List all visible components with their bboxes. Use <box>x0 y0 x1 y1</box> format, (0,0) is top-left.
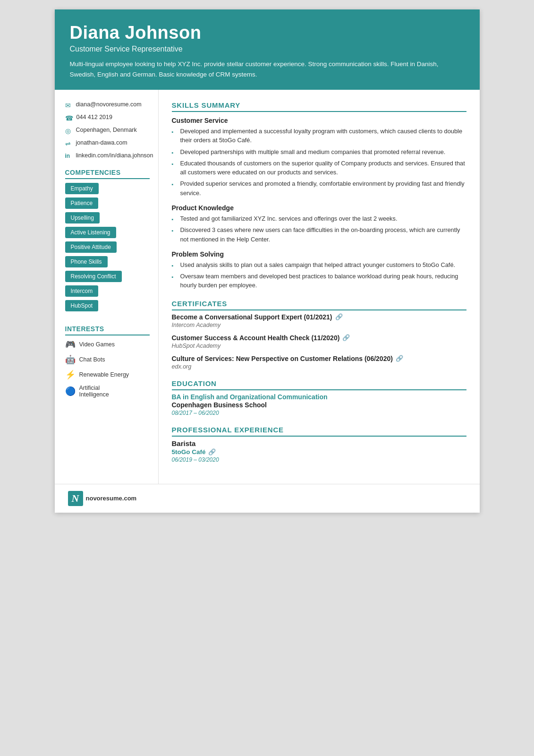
contact-section: ✉ diana@novoresume.com ☎ 044 412 2019 ◎ … <box>65 101 150 159</box>
bullet-icon: ▪ <box>172 262 177 270</box>
skills-pk-title: Product Knowledge <box>172 204 466 212</box>
certificates-title: CERTIFICATES <box>172 300 466 310</box>
cert-link-icon: 🔗 <box>342 334 350 341</box>
experience-section: PROFESSIONAL EXPERIENCE Barista 5toGo Ca… <box>172 426 466 463</box>
competency-tag-patience: Patience <box>65 198 99 209</box>
skills-cs-bullet-2: ▪ Developed partnerships with multiple s… <box>172 147 466 157</box>
competency-tag-upselling: Upselling <box>65 212 100 223</box>
cert-link-icon: 🔗 <box>335 313 343 320</box>
competency-tag-hubspot: HubSpot <box>65 300 99 311</box>
right-column: SKILLS SUMMARY Customer Service ▪ Develo… <box>159 90 480 483</box>
video-games-icon: 🎮 <box>65 339 76 350</box>
bullet-icon: ▪ <box>172 149 177 157</box>
bullet-icon: ▪ <box>172 215 177 223</box>
competency-tag-empathy: Empathy <box>65 183 99 194</box>
edu-school: Copenhagen Business School <box>172 401 466 409</box>
competencies-section: COMPETENCIES Empathy Patience Upselling … <box>65 169 150 315</box>
footer-logo-letter: N <box>68 491 83 506</box>
competency-tag-positive-attitude: Positive Attitude <box>65 241 117 253</box>
interests-title: INTERESTS <box>65 325 150 335</box>
cert-3-title: Culture of Services: New Perspective on … <box>172 355 466 362</box>
cert-1-title: Become a Conversational Support Expert (… <box>172 313 466 321</box>
skills-summary-section: SKILLS SUMMARY Customer Service ▪ Develo… <box>172 101 466 290</box>
experience-title: PROFESSIONAL EXPERIENCE <box>172 426 466 437</box>
interest-video-games-label: Video Games <box>79 341 115 348</box>
interest-chat-bots: 🤖 Chat Bots <box>65 354 150 365</box>
education-title: EDUCATION <box>172 379 466 390</box>
renewable-energy-icon: ⚡ <box>65 369 76 380</box>
cert-2-title: Customer Success & Account Health Check … <box>172 334 466 342</box>
skills-pk-bullet-2: ▪ Discovered 3 cases where new users can… <box>172 225 466 243</box>
exp-date: 06/2019 – 03/2020 <box>172 456 466 463</box>
bullet-icon: ▪ <box>172 180 177 189</box>
bullet-icon: ▪ <box>172 160 177 168</box>
contact-website: ⇌ jonathan-dawa.com <box>65 139 150 147</box>
skills-cs-bullet-3: ▪ Educated thousands of customers on the… <box>172 159 466 177</box>
interest-chat-bots-label: Chat Bots <box>79 356 105 363</box>
location-icon: ◎ <box>65 127 73 135</box>
candidate-name: Diana Johnson <box>70 23 465 43</box>
exp-company-link-icon: 🔗 <box>208 448 216 455</box>
education-section: EDUCATION BA in English and Organization… <box>172 379 466 416</box>
header-section: Diana Johnson Customer Service Represent… <box>55 9 480 90</box>
footer: N novoresume.com <box>55 484 480 513</box>
bullet-icon: ▪ <box>172 128 177 136</box>
body-wrapper: ✉ diana@novoresume.com ☎ 044 412 2019 ◎ … <box>55 90 480 483</box>
linkedin-icon: in <box>65 153 73 159</box>
cert-2-org: HubSpot Academy <box>172 343 466 349</box>
email-icon: ✉ <box>65 102 73 109</box>
linkedin-text: linkedin.com/in/diana.johnson <box>76 152 153 159</box>
interest-artificial-intelligence: 🔵 ArtificialIntelligence <box>65 385 150 398</box>
skills-cs-title: Customer Service <box>172 117 466 124</box>
cert-item-2: Customer Success & Account Health Check … <box>172 334 466 349</box>
skills-ps-bullet-2: ▪ Oversaw team members and developed bes… <box>172 272 466 290</box>
cert-item-1: Become a Conversational Support Expert (… <box>172 313 466 328</box>
exp-job-title: Barista <box>172 439 466 447</box>
cert-link-icon: 🔗 <box>396 355 403 362</box>
skills-product-knowledge: Product Knowledge ▪ Tested and got famil… <box>172 204 466 244</box>
candidate-title: Customer Service Representative <box>70 45 465 53</box>
interest-renewable-energy: ⚡ Renewable Energy <box>65 369 150 380</box>
website-text: jonathan-dawa.com <box>76 139 127 146</box>
skills-summary-title: SKILLS SUMMARY <box>172 101 466 112</box>
edu-date: 08/2017 – 06/2020 <box>172 410 466 416</box>
contact-location: ◎ Copenhagen, Denmark <box>65 127 150 135</box>
interest-video-games: 🎮 Video Games <box>65 339 150 350</box>
email-text: diana@novoresume.com <box>76 101 142 108</box>
bullet-icon: ▪ <box>172 227 177 235</box>
resume-container: Diana Johnson Customer Service Represent… <box>55 9 480 513</box>
competency-tag-intercom: Intercom <box>65 285 99 297</box>
exp-company: 5toGo Café 🔗 <box>172 448 466 455</box>
interest-renewable-energy-label: Renewable Energy <box>79 371 129 378</box>
phone-text: 044 412 2019 <box>76 114 112 120</box>
footer-url: novoresume.com <box>86 495 137 502</box>
certificates-section: CERTIFICATES Become a Conversational Sup… <box>172 300 466 370</box>
cert-1-org: Intercom Academy <box>172 322 466 328</box>
contact-phone: ☎ 044 412 2019 <box>65 114 150 122</box>
website-icon: ⇌ <box>65 140 73 147</box>
contact-linkedin: in linkedin.com/in/diana.johnson <box>65 152 150 159</box>
competency-tag-phone-skills: Phone Skills <box>65 256 108 267</box>
chat-bots-icon: 🤖 <box>65 354 76 365</box>
skills-ps-title: Problem Solving <box>172 250 466 258</box>
skills-ps-bullet-1: ▪ Used analysis skills to plan out a sal… <box>172 260 466 270</box>
ai-icon: 🔵 <box>65 386 76 396</box>
location-text: Copenhagen, Denmark <box>76 127 137 133</box>
candidate-summary: Multi-lingual employee looking to help X… <box>70 59 465 79</box>
skills-cs-bullet-1: ▪ Developed and implemented a successful… <box>172 127 466 145</box>
competency-tag-resolving-conflict: Resolving Conflict <box>65 271 122 282</box>
cert-item-3: Culture of Services: New Perspective on … <box>172 355 466 370</box>
contact-email: ✉ diana@novoresume.com <box>65 101 150 109</box>
left-column: ✉ diana@novoresume.com ☎ 044 412 2019 ◎ … <box>55 90 159 483</box>
interest-ai-label: ArtificialIntelligence <box>79 385 109 398</box>
competencies-title: COMPETENCIES <box>65 169 150 179</box>
footer-logo: N novoresume.com <box>68 491 137 506</box>
bullet-icon: ▪ <box>172 273 177 281</box>
skills-customer-service: Customer Service ▪ Developed and impleme… <box>172 117 466 198</box>
skills-cs-bullet-4: ▪ Provided superior services and promote… <box>172 179 466 197</box>
edu-degree: BA in English and Organizational Communi… <box>172 393 466 401</box>
phone-icon: ☎ <box>65 114 73 122</box>
cert-3-org: edx.org <box>172 363 466 370</box>
skills-problem-solving: Problem Solving ▪ Used analysis skills t… <box>172 250 466 290</box>
competency-tag-active-listening: Active Listening <box>65 227 116 238</box>
